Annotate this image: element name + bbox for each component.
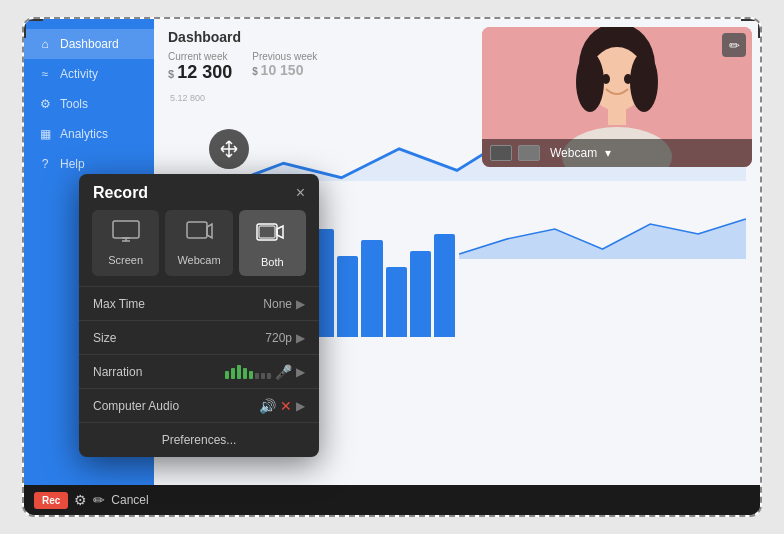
max-time-label: Max Time	[93, 297, 263, 311]
area-chart-svg	[459, 199, 746, 259]
bar-9	[361, 240, 382, 337]
modal-title: Record	[93, 184, 148, 202]
chart-value-top: 5.12 800	[170, 93, 205, 103]
max-time-value: None	[263, 297, 292, 311]
pencil-toolbar-icon: ✏	[93, 492, 105, 508]
narration-level-bars	[225, 365, 271, 379]
record-types-row: Screen Webcam	[79, 210, 319, 286]
current-week-label: Current week	[168, 51, 232, 62]
mute-x-icon: ✕	[280, 398, 292, 414]
settings-row-computer-audio: Computer Audio 🔊 ✕ ▶	[79, 388, 319, 422]
pencil-icon: ✏	[729, 38, 740, 53]
sidebar-item-activity[interactable]: ≈ Activity	[24, 59, 154, 89]
webcam-type-label: Webcam	[177, 254, 220, 266]
settings-row-max-time: Max Time None ▶	[79, 286, 319, 320]
screen-svg	[112, 220, 140, 242]
tools-icon: ⚙	[38, 97, 52, 111]
speaker-icon: 🔊	[259, 398, 276, 414]
both-svg	[256, 220, 288, 244]
webcam-btn-2[interactable]	[518, 145, 540, 161]
computer-audio-arrow[interactable]: ▶	[296, 399, 305, 413]
svg-point-9	[624, 74, 632, 84]
cancel-button[interactable]: Cancel	[111, 493, 148, 507]
svg-rect-15	[187, 222, 207, 238]
bar-8	[337, 256, 358, 337]
previous-week-label: Previous week	[252, 51, 317, 62]
record-modal: Record × Screen	[79, 174, 319, 457]
sidebar-label-activity: Activity	[60, 67, 98, 81]
bar-10	[386, 267, 407, 337]
level-bar-1	[225, 371, 229, 379]
settings-gear-button[interactable]: ⚙	[74, 492, 87, 508]
preferences-button[interactable]: Preferences...	[79, 422, 319, 457]
svg-point-5	[630, 52, 658, 112]
current-week-stat: Current week $ 12 300	[168, 51, 232, 83]
level-bar-6	[255, 373, 259, 379]
area-chart-container	[459, 199, 746, 263]
level-bar-2	[231, 368, 235, 379]
svg-point-4	[576, 52, 604, 112]
level-bar-7	[261, 373, 265, 379]
both-icon	[256, 220, 288, 250]
main-frame: ⌂ Dashboard ≈ Activity ⚙ Tools ▦ Analyti…	[22, 17, 762, 517]
sidebar-item-analytics[interactable]: ▦ Analytics	[24, 119, 154, 149]
record-type-screen[interactable]: Screen	[92, 210, 159, 276]
record-type-both[interactable]: Both	[239, 210, 306, 276]
level-bar-4	[243, 368, 247, 379]
sidebar-label-help: Help	[60, 157, 85, 171]
svg-rect-7	[608, 105, 626, 125]
modal-header: Record ×	[79, 174, 319, 210]
bar-12	[434, 234, 455, 337]
audio-status-icon: 🔊 ✕	[259, 398, 292, 414]
settings-row-narration: Narration 🎤 ▶	[79, 354, 319, 388]
narration-mic-icon: 🎤	[275, 364, 292, 380]
svg-rect-11	[113, 221, 139, 238]
screen-icon	[112, 220, 140, 248]
webcam-control-bar: Webcam ▾	[482, 139, 752, 167]
svg-marker-10	[459, 219, 746, 259]
edit-pencil-button[interactable]: ✏	[93, 492, 105, 508]
sidebar-item-dashboard[interactable]: ⌂ Dashboard	[24, 29, 154, 59]
move-arrows-svg	[219, 139, 239, 159]
screen-type-label: Screen	[108, 254, 143, 266]
webcam-label: Webcam	[550, 146, 597, 160]
svg-marker-16	[207, 224, 212, 238]
activity-icon: ≈	[38, 67, 52, 81]
previous-week-value: $ 10 150	[252, 62, 317, 78]
narration-arrow[interactable]: ▶	[296, 365, 305, 379]
settings-row-size: Size 720p ▶	[79, 320, 319, 354]
max-time-arrow[interactable]: ▶	[296, 297, 305, 311]
webcam-svg	[185, 220, 213, 242]
corner-tr	[741, 18, 761, 38]
bar-11	[410, 251, 431, 337]
move-icon[interactable]	[209, 129, 249, 169]
both-type-label: Both	[261, 256, 284, 268]
svg-marker-18	[277, 226, 283, 238]
computer-audio-label: Computer Audio	[93, 399, 259, 413]
webcam-preview: ✏ Webcam ▾	[482, 27, 752, 167]
sidebar-label-dashboard: Dashboard	[60, 37, 119, 51]
size-label: Size	[93, 331, 265, 345]
bottom-toolbar: Rec ⚙ ✏ Cancel	[24, 485, 760, 515]
sidebar-item-tools[interactable]: ⚙ Tools	[24, 89, 154, 119]
help-icon: ?	[38, 157, 52, 171]
previous-week-stat: Previous week $ 10 150	[252, 51, 317, 83]
level-bar-8	[267, 373, 271, 379]
current-week-value: $ 12 300	[168, 62, 232, 83]
modal-close-button[interactable]: ×	[296, 185, 305, 201]
corner-tl	[23, 18, 43, 38]
rec-button[interactable]: Rec	[34, 492, 68, 509]
size-value: 720p	[265, 331, 292, 345]
svg-point-8	[602, 74, 610, 84]
narration-label: Narration	[93, 365, 225, 379]
level-bar-5	[249, 371, 253, 379]
webcam-btn-1[interactable]	[490, 145, 512, 161]
sidebar-label-analytics: Analytics	[60, 127, 108, 141]
webcam-icon	[185, 220, 213, 248]
analytics-icon: ▦	[38, 127, 52, 141]
record-type-webcam[interactable]: Webcam	[165, 210, 232, 276]
size-arrow[interactable]: ▶	[296, 331, 305, 345]
home-icon: ⌂	[38, 37, 52, 51]
webcam-dropdown-arrow[interactable]: ▾	[605, 146, 611, 160]
gear-icon: ⚙	[74, 492, 87, 508]
